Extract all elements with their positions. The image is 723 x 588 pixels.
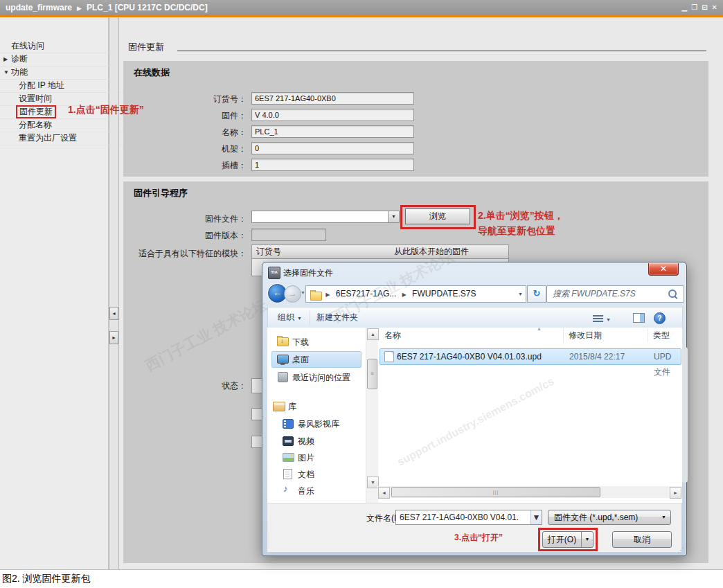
restore-icon[interactable]: ❐: [691, 3, 702, 11]
rack-field: 0: [251, 142, 414, 154]
music-icon: ♪: [283, 485, 288, 493]
collapse-left-button[interactable]: ◄: [109, 307, 118, 320]
breadcrumb-segment-current[interactable]: FWUPDATE.S7S: [409, 286, 479, 302]
file-name: 6ES7 217-1AG40-0XB0 V04.01.03.upd: [397, 349, 542, 364]
dialog-body: 下载 桌面 最近访问的位置 库 暴风影视库 视频 图片 文档 ♪音乐 ▲ ≡ ▼…: [267, 328, 682, 503]
resize-grip[interactable]: ⋰: [677, 546, 684, 554]
search-icon[interactable]: [668, 289, 677, 298]
list-view-icon: [593, 315, 603, 323]
refresh-icon: ↻: [533, 288, 541, 299]
annotation-step3: 3.点击“打开”: [454, 532, 503, 544]
search-box[interactable]: 搜索 FWUPDATE.S7S: [546, 285, 684, 303]
screenshot-root: update_firmware▶PLC_1 [CPU 1217C DC/DC/D…: [0, 0, 723, 588]
step2-highlight-box: [400, 205, 476, 229]
refresh-button[interactable]: ↻: [527, 285, 546, 303]
scroll-right-icon[interactable]: ►: [670, 487, 681, 499]
column-divider[interactable]: [648, 328, 648, 343]
tia-titlebar: update_firmware▶PLC_1 [CPU 1217C DC/DC/D…: [0, 0, 723, 15]
breadcrumb-arrow-icon: ▶: [77, 5, 82, 12]
pane-splitter[interactable]: [109, 17, 119, 569]
filename-value: 6ES7 217-1AG40-0XB0 V04.01.: [400, 510, 529, 524]
filetype-combobox[interactable]: 固件文件 (*.upd,*.sem) ▼: [548, 510, 671, 525]
tree-item-assign-name[interactable]: 分配名称: [0, 118, 127, 132]
chevron-down-icon: ▼: [661, 510, 666, 524]
toolbar-divider: [310, 310, 310, 325]
titlebar-project: update_firmware: [6, 3, 72, 12]
chevron-down-icon: ▼: [606, 317, 611, 322]
places-scrollbar[interactable]: ▲ ≡ ▼: [366, 328, 378, 503]
documents-icon: [283, 469, 292, 479]
scrollbar-thumb[interactable]: ≡: [367, 359, 377, 389]
chevron-down-icon[interactable]: ▼: [388, 211, 399, 222]
titlebar-device: PLC_1 [CPU 1217C DC/DC/DC]: [87, 3, 208, 12]
new-folder-button[interactable]: 新建文件夹: [316, 308, 358, 327]
expand-arrow-icon[interactable]: ▶: [3, 53, 8, 66]
tree-item-factory-reset[interactable]: 重置为出厂设置: [0, 132, 127, 145]
list-horizontal-scrollbar[interactable]: ◄ ||| ►: [377, 486, 682, 498]
dialog-close-button[interactable]: ✕: [648, 263, 679, 276]
online-data-heading: 在线数据: [134, 66, 170, 79]
firmware-file-label: 固件文件：: [125, 213, 247, 225]
dialog-toolbar: 组织▼ 新建文件夹 ▼ ?: [267, 307, 683, 329]
file-row-selected[interactable]: 6ES7 217-1AG40-0XB0 V04.01.03.upd 2015/8…: [380, 348, 681, 365]
order-number-column: 订货号: [256, 245, 281, 258]
tree-item-diagnostics[interactable]: ▶诊断: [0, 53, 119, 66]
file-icon: [384, 351, 394, 362]
help-button[interactable]: ?: [654, 312, 666, 324]
breadcrumb-bar[interactable]: ▶ 6ES7217-1AG... ▶ FWUPDATE.S7S ▼: [305, 285, 526, 303]
tree-item-online-access[interactable]: 在线访问: [0, 39, 119, 53]
suitable-modules-label: 适合于具有以下特征的模块：: [97, 248, 247, 260]
collapse-right-button[interactable]: ►: [109, 331, 118, 344]
annotation-step2-line2: 导航至更新包位置: [478, 225, 555, 238]
slot-label: 插槽：: [125, 160, 247, 172]
chevron-down-icon: ▼: [297, 316, 302, 321]
order-number-field: 6ES7 217-1AG40-0XB0: [251, 92, 414, 105]
close-icon: ✕: [660, 264, 667, 274]
modules-table-header: 订货号 从此版本开始的固件: [251, 244, 509, 259]
minimize-icon[interactable]: ▁: [682, 3, 692, 11]
tree-item-functions[interactable]: ▼功能: [0, 66, 119, 80]
name-label: 名称：: [125, 127, 247, 139]
history-dropdown-icon[interactable]: ▼: [301, 290, 305, 295]
breadcrumb-segment-parent[interactable]: 6ES7217-1AG...: [332, 286, 400, 302]
views-button[interactable]: ▼: [593, 314, 611, 323]
select-firmware-file-dialog: TIA 选择固件文件 ✕ ← → ▼ ▶ 6ES7217-1AG... ▶ FW…: [262, 262, 687, 556]
maximize-icon[interactable]: ⊡: [702, 3, 711, 11]
preview-pane-button[interactable]: [633, 313, 645, 323]
libraries-icon: [273, 402, 285, 411]
dialog-title: 选择固件文件: [283, 267, 333, 279]
breadcrumb-arrow-icon: ▶: [325, 287, 330, 303]
chevron-down-icon[interactable]: ▼: [518, 286, 523, 302]
firmware-file-combobox[interactable]: ▼: [251, 211, 400, 223]
list-vertical-scrollbar[interactable]: [682, 347, 688, 483]
videos-icon: [283, 436, 294, 446]
filename-combobox[interactable]: 6ES7 217-1AG40-0XB0 V04.01. ▼: [395, 510, 542, 525]
firmware-from-column: 从此版本开始的固件: [394, 245, 469, 258]
figure-caption: 图2. 浏览固件更新包: [2, 573, 91, 585]
column-type[interactable]: 类型: [653, 328, 670, 344]
column-name[interactable]: 名称: [384, 328, 401, 344]
column-date-modified[interactable]: 修改日期: [569, 328, 602, 344]
firmware-field: V 4.0.0: [251, 109, 414, 121]
cancel-button[interactable]: 取消: [612, 531, 672, 548]
column-divider[interactable]: [563, 328, 564, 343]
function-tree: 在线访问 ▶诊断 ▼功能 分配 IP 地址 设置时间 固件更新 分配名称 重置为…: [0, 17, 109, 569]
firmware-loader-heading: 固件引导程序: [134, 187, 188, 199]
forward-button[interactable]: →: [284, 285, 301, 303]
firmware-version-label: 固件版本：: [125, 230, 247, 242]
scroll-left-icon[interactable]: ◄: [378, 487, 390, 499]
rack-label: 机架：: [125, 143, 247, 155]
search-placeholder: 搜索 FWUPDATE.S7S: [553, 286, 636, 302]
filetype-value: 固件文件 (*.upd,*.sem): [548, 513, 638, 522]
collapse-arrow-icon[interactable]: ▼: [3, 66, 9, 79]
chevron-down-icon[interactable]: ▼: [530, 510, 542, 524]
firmware-version-field: [251, 229, 326, 241]
tree-item-assign-ip[interactable]: 分配 IP 地址: [0, 79, 127, 93]
annotation-step1: 1.点击“固件更新”: [68, 104, 144, 116]
close-icon[interactable]: ✕: [712, 3, 722, 11]
window-controls: ▁❐⊡✕: [682, 0, 722, 15]
step3-highlight-box: [538, 528, 598, 551]
tia-portal-icon: TIA: [268, 267, 280, 279]
organize-menu[interactable]: 组织▼: [278, 308, 302, 328]
scrollbar-thumb[interactable]: |||: [391, 487, 600, 497]
